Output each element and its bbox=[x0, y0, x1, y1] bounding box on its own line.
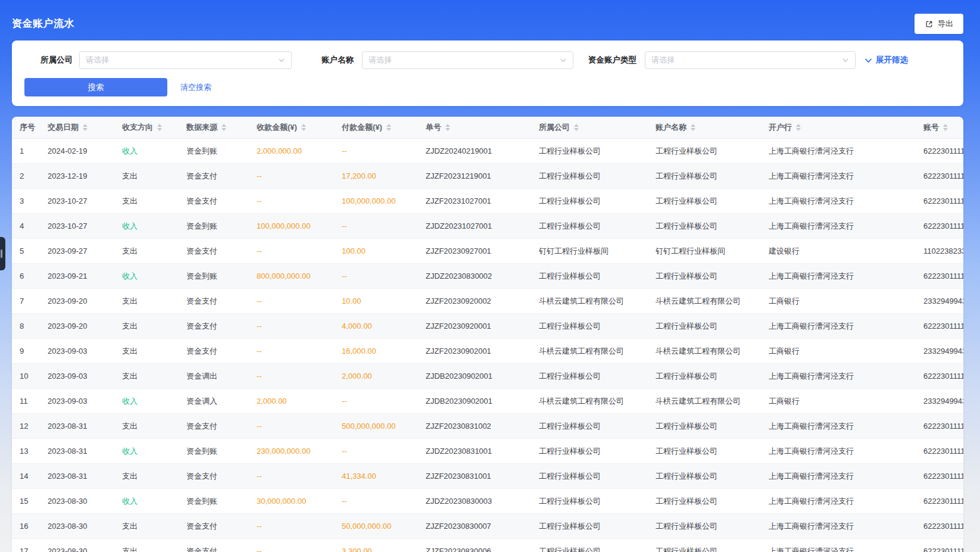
column-header-10[interactable]: 账号 bbox=[923, 117, 963, 138]
expand-filters-label: 展开筛选 bbox=[876, 55, 908, 66]
table-row[interactable]: 142023-08-31支出资金支付--41,334.00ZJZF2023083… bbox=[12, 464, 963, 489]
cell-1: 2023-09-21 bbox=[48, 264, 122, 288]
cell-9: 上海工商银行漕河泾支行 bbox=[769, 489, 923, 513]
cell-6: ZJZF20231219001 bbox=[426, 164, 539, 188]
account-type-select[interactable]: 请选择 bbox=[645, 51, 856, 69]
cell-7: 工程行业样板公司 bbox=[539, 539, 656, 552]
sort-icon[interactable] bbox=[796, 124, 801, 131]
cell-4: -- bbox=[257, 239, 342, 263]
sort-icon[interactable] bbox=[386, 124, 391, 131]
cell-6: ZJDZ20240219001 bbox=[426, 139, 539, 163]
cell-9: 上海工商银行漕河泾支行 bbox=[769, 189, 923, 213]
column-label: 数据来源 bbox=[186, 122, 217, 133]
cell-9: 工商银行 bbox=[769, 389, 923, 413]
column-header-4[interactable]: 收款金额(¥) bbox=[257, 117, 342, 138]
column-label: 交易日期 bbox=[48, 122, 79, 133]
table-row[interactable]: 112023-09-03收入资金调入2,000.00--ZJDB20230902… bbox=[12, 389, 963, 414]
cell-3: 资金支付 bbox=[186, 239, 257, 263]
chevron-down-icon bbox=[560, 57, 567, 64]
table-row[interactable]: 162023-08-30支出资金支付--50,000,000.00ZJZF202… bbox=[12, 514, 963, 539]
cell-2: 支出 bbox=[122, 189, 186, 213]
cell-7: 工程行业样板公司 bbox=[539, 439, 656, 463]
company-select-placeholder: 请选择 bbox=[86, 55, 278, 66]
search-button[interactable]: 搜索 bbox=[24, 78, 167, 96]
sort-icon[interactable] bbox=[691, 124, 695, 131]
cell-10: 6222301111 bbox=[923, 139, 963, 163]
cell-2: 支出 bbox=[122, 364, 186, 388]
cell-9: 上海工商银行漕河泾支行 bbox=[769, 214, 923, 238]
table-row[interactable]: 72023-09-20支出资金支付--10.00ZJZF20230920002斗… bbox=[12, 289, 963, 314]
table-row[interactable]: 22023-12-19支出资金支付--17,200.00ZJZF20231219… bbox=[12, 164, 963, 189]
cell-10: 6222301111 bbox=[923, 164, 963, 188]
table-row[interactable]: 132023-08-31收入资金到账230,000,000.00--ZJDZ20… bbox=[12, 439, 963, 464]
cell-2: 收入 bbox=[122, 139, 186, 163]
cell-5: -- bbox=[342, 264, 426, 288]
table-row[interactable]: 42023-10-27收入资金到账100,000,000.00--ZJDZ202… bbox=[12, 214, 963, 239]
chevron-down-icon bbox=[864, 57, 872, 64]
sort-icon[interactable] bbox=[574, 124, 579, 131]
cell-6: ZJDZ20230830002 bbox=[426, 264, 539, 288]
sort-icon[interactable] bbox=[83, 124, 88, 131]
column-header-8[interactable]: 账户名称 bbox=[656, 117, 769, 138]
cell-10: 6222301111 bbox=[923, 189, 963, 213]
cell-0: 4 bbox=[20, 214, 48, 238]
table-row[interactable]: 172023-08-30支出资金支付--3,300.00ZJZF20230830… bbox=[12, 539, 963, 552]
cell-0: 15 bbox=[20, 489, 48, 513]
column-header-5[interactable]: 付款金额(¥) bbox=[342, 117, 426, 138]
cell-5: 100,000,000.00 bbox=[342, 189, 426, 213]
table-row[interactable]: 32023-10-27支出资金支付--100,000,000.00ZJZF202… bbox=[12, 189, 963, 214]
cell-2: 支出 bbox=[122, 164, 186, 188]
clear-search-link[interactable]: 清空搜索 bbox=[180, 78, 211, 96]
table-row[interactable]: 12024-02-19收入资金到账2,000,000.00--ZJDZ20240… bbox=[12, 139, 963, 164]
export-button[interactable]: 导出 bbox=[915, 14, 963, 34]
table-row[interactable]: 102023-09-03支出资金调出--2,000.00ZJDB20230902… bbox=[12, 364, 963, 389]
page-title: 资金账户流水 bbox=[12, 17, 74, 30]
column-header-7[interactable]: 所属公司 bbox=[539, 117, 656, 138]
column-header-2[interactable]: 收支方向 bbox=[122, 117, 186, 138]
cell-10: 6222301111 bbox=[923, 414, 963, 438]
cell-8: 工程行业样板公司 bbox=[656, 414, 769, 438]
cell-9: 上海工商银行漕河泾支行 bbox=[769, 164, 923, 188]
cell-4: 800,000,000.00 bbox=[257, 264, 342, 288]
table-row[interactable]: 52023-09-27支出资金支付--100.00ZJZF20230927001… bbox=[12, 239, 963, 264]
sort-icon[interactable] bbox=[301, 124, 306, 131]
cell-2: 收入 bbox=[122, 264, 186, 288]
column-header-3[interactable]: 数据来源 bbox=[186, 117, 257, 138]
sort-icon[interactable] bbox=[157, 124, 162, 131]
cell-7: 工程行业样板公司 bbox=[539, 214, 656, 238]
account-name-filter-label: 账户名称 bbox=[322, 51, 354, 69]
cell-5: 10.00 bbox=[342, 289, 426, 313]
cell-5: 3,300.00 bbox=[342, 539, 426, 552]
cell-7: 工程行业样板公司 bbox=[539, 139, 656, 163]
column-header-1[interactable]: 交易日期 bbox=[48, 117, 122, 138]
cell-1: 2023-08-30 bbox=[48, 539, 122, 552]
company-select[interactable]: 请选择 bbox=[79, 51, 292, 69]
column-header-9[interactable]: 开户行 bbox=[769, 117, 923, 138]
export-icon bbox=[925, 20, 934, 29]
table-row[interactable]: 122023-08-31支出资金支付--500,000,000.00ZJZF20… bbox=[12, 414, 963, 439]
cell-10: 6222301111 bbox=[923, 539, 963, 552]
cell-9: 上海工商银行漕河泾支行 bbox=[769, 264, 923, 288]
cell-4: -- bbox=[257, 364, 342, 388]
cell-8: 工程行业样板公司 bbox=[656, 189, 769, 213]
account-name-select[interactable]: 请选择 bbox=[362, 51, 573, 69]
table-row[interactable]: 152023-08-30收入资金到账30,000,000.00--ZJDZ202… bbox=[12, 489, 963, 514]
cell-4: 230,000,000.00 bbox=[257, 439, 342, 463]
cell-7: 工程行业样板公司 bbox=[539, 164, 656, 188]
cell-5: 100.00 bbox=[342, 239, 426, 263]
expand-filters-link[interactable]: 展开筛选 bbox=[864, 51, 908, 69]
sort-icon[interactable] bbox=[221, 124, 226, 131]
column-header-6[interactable]: 单号 bbox=[426, 117, 539, 138]
cell-8: 工程行业样板公司 bbox=[656, 364, 769, 388]
cell-6: ZJDZ20230830003 bbox=[426, 489, 539, 513]
sort-icon[interactable] bbox=[445, 124, 450, 131]
table-row[interactable]: 82023-09-20支出资金支付--4,000.00ZJZF202309200… bbox=[12, 314, 963, 339]
table-row[interactable]: 92023-09-03支出资金支付--16,000.00ZJZF20230902… bbox=[12, 339, 963, 364]
company-filter-label: 所属公司 bbox=[40, 51, 73, 69]
cell-8: 工程行业样板公司 bbox=[656, 514, 769, 538]
sort-icon[interactable] bbox=[943, 124, 948, 131]
table-row[interactable]: 62023-09-21收入资金到账800,000,000.00--ZJDZ202… bbox=[12, 264, 963, 289]
cell-5: 2,000.00 bbox=[342, 364, 426, 388]
cell-6: ZJZF20230831001 bbox=[426, 464, 539, 488]
drawer-handle[interactable] bbox=[0, 237, 5, 270]
